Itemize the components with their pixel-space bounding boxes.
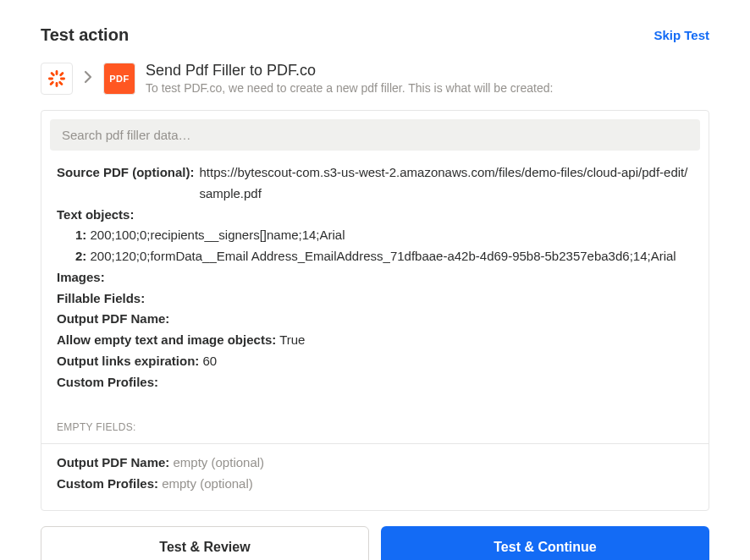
svg-rect-3: [60, 77, 65, 80]
allow-empty-label: Allow empty text and image objects:: [57, 332, 276, 347]
pdfco-icon-label: PDF: [109, 74, 130, 84]
action-subtitle: To test PDF.co, we need to create a new …: [146, 81, 553, 95]
chevron-right-icon: [83, 69, 93, 88]
output-links-label: Output links expiration:: [57, 354, 199, 368]
empty-output-pdf-name-label: Output PDF Name:: [57, 455, 169, 469]
empty-custom-profiles-label: Custom Profiles:: [57, 476, 158, 491]
text-object-value: 200;100;0;recipients__signers[]name;14;A…: [91, 228, 345, 242]
text-object-index: 1:: [75, 228, 86, 242]
svg-rect-5: [58, 80, 63, 85]
text-object-value: 200;120;0;formData__Email Address_EmailA…: [91, 249, 676, 263]
svg-rect-0: [56, 70, 58, 75]
zapier-burst-icon: [47, 69, 67, 89]
empty-custom-profiles-value: empty (optional): [162, 476, 253, 491]
list-item: Output PDF Name: empty (optional): [57, 453, 693, 474]
pdfco-icon: PDF: [103, 63, 135, 95]
images-label: Images:: [57, 270, 105, 284]
text-object-row: 1: 200;100;0;recipients__signers[]name;1…: [57, 225, 693, 246]
custom-profiles-label: Custom Profiles:: [57, 375, 158, 389]
svg-rect-6: [59, 71, 64, 76]
data-panel: Source PDF (optional): https://bytescout…: [41, 110, 709, 511]
search-input[interactable]: [50, 119, 700, 151]
fillable-fields-label: Fillable Fields:: [57, 291, 145, 305]
text-object-index: 2:: [75, 249, 86, 263]
svg-rect-2: [48, 77, 53, 80]
zapier-icon: [41, 63, 73, 95]
skip-test-link[interactable]: Skip Test: [653, 28, 709, 42]
empty-output-pdf-name-value: empty (optional): [174, 455, 265, 469]
fields-list: Source PDF (optional): https://bytescout…: [41, 151, 709, 408]
action-title: Send Pdf Filler to PDF.co: [146, 62, 553, 80]
output-pdf-name-label: Output PDF Name:: [57, 311, 169, 326]
svg-rect-4: [50, 71, 55, 76]
svg-rect-7: [49, 80, 54, 85]
output-links-value: 60: [203, 354, 218, 368]
text-objects-label: Text objects:: [57, 207, 134, 222]
test-review-button[interactable]: Test & Review: [41, 526, 369, 560]
source-pdf-label: Source PDF (optional):: [57, 162, 200, 184]
source-pdf-value: https://bytescout-com.s3-us-west-2.amazo…: [200, 162, 694, 205]
svg-rect-1: [56, 82, 58, 87]
empty-fields-header: EMPTY FIELDS:: [41, 408, 709, 433]
list-item: Custom Profiles: empty (optional): [57, 474, 693, 495]
page-title: Test action: [41, 25, 129, 45]
test-continue-button[interactable]: Test & Continue: [381, 526, 709, 560]
allow-empty-value: True: [279, 332, 305, 347]
empty-fields-list: Output PDF Name: empty (optional) Custom…: [41, 444, 709, 510]
text-object-row: 2: 200;120;0;formData__Email Address_Ema…: [57, 246, 693, 267]
action-header: PDF Send Pdf Filler to PDF.co To test PD…: [41, 62, 709, 95]
